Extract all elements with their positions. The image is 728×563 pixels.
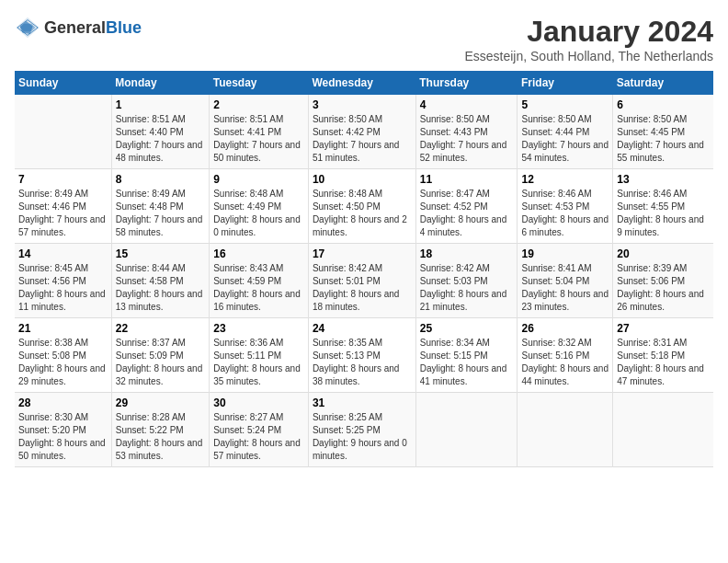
calendar-cell: 19Sunrise: 8:41 AMSunset: 5:04 PMDayligh…	[518, 244, 613, 318]
cell-info: Sunrise: 8:50 AMSunset: 4:43 PMDaylight:…	[420, 113, 514, 165]
col-sunday: Sunday	[15, 71, 111, 95]
calendar-cell: 4Sunrise: 8:50 AMSunset: 4:43 PMDaylight…	[415, 95, 518, 169]
cell-info: Sunrise: 8:37 AMSunset: 5:09 PMDaylight:…	[116, 337, 205, 388]
cell-info: Sunrise: 8:42 AMSunset: 5:01 PMDaylight:…	[313, 262, 412, 314]
calendar-cell: 14Sunrise: 8:45 AMSunset: 4:56 PMDayligh…	[15, 244, 111, 318]
calendar-cell: 24Sunrise: 8:35 AMSunset: 5:13 PMDayligh…	[308, 318, 415, 393]
cell-info: Sunrise: 8:30 AMSunset: 5:20 PMDaylight:…	[18, 411, 108, 463]
calendar-cell: 25Sunrise: 8:34 AMSunset: 5:15 PMDayligh…	[415, 318, 518, 393]
day-number: 30	[213, 396, 304, 409]
calendar-cell: 16Sunrise: 8:43 AMSunset: 4:59 PMDayligh…	[210, 244, 309, 318]
cell-info: Sunrise: 8:31 AMSunset: 5:18 PMDaylight:…	[617, 337, 710, 388]
cell-info: Sunrise: 8:46 AMSunset: 4:55 PMDaylight:…	[617, 188, 710, 239]
calendar-cell: 12Sunrise: 8:46 AMSunset: 4:53 PMDayligh…	[518, 169, 613, 244]
col-thursday: Thursday	[415, 71, 518, 95]
day-number: 25	[420, 322, 514, 335]
calendar-cell: 22Sunrise: 8:37 AMSunset: 5:09 PMDayligh…	[111, 318, 209, 393]
day-number: 8	[116, 173, 205, 186]
calendar-cell: 13Sunrise: 8:46 AMSunset: 4:55 PMDayligh…	[613, 169, 713, 244]
day-number: 9	[213, 173, 304, 186]
day-number: 26	[521, 322, 609, 335]
cell-info: Sunrise: 8:45 AMSunset: 4:56 PMDaylight:…	[18, 262, 108, 314]
day-number: 14	[18, 247, 108, 260]
calendar-cell	[415, 393, 518, 467]
col-wednesday: Wednesday	[308, 71, 415, 95]
day-number: 24	[313, 322, 412, 335]
header-row: Sunday Monday Tuesday Wednesday Thursday…	[15, 71, 713, 95]
day-number: 31	[313, 396, 412, 409]
day-number: 15	[116, 247, 205, 260]
col-tuesday: Tuesday	[210, 71, 309, 95]
col-monday: Monday	[111, 71, 209, 95]
calendar-cell: 27Sunrise: 8:31 AMSunset: 5:18 PMDayligh…	[613, 318, 713, 393]
calendar-cell: 10Sunrise: 8:48 AMSunset: 4:50 PMDayligh…	[308, 169, 415, 244]
main-title: January 2024	[464, 15, 713, 49]
calendar-cell: 18Sunrise: 8:42 AMSunset: 5:03 PMDayligh…	[415, 244, 518, 318]
calendar-cell: 3Sunrise: 8:50 AMSunset: 4:42 PMDaylight…	[308, 95, 415, 169]
cell-info: Sunrise: 8:51 AMSunset: 4:40 PMDaylight:…	[116, 113, 205, 165]
title-area: January 2024 Essesteijn, South Holland, …	[464, 15, 713, 63]
calendar-cell: 1Sunrise: 8:51 AMSunset: 4:40 PMDaylight…	[111, 95, 209, 169]
cell-info: Sunrise: 8:50 AMSunset: 4:45 PMDaylight:…	[617, 113, 710, 165]
cell-info: Sunrise: 8:47 AMSunset: 4:52 PMDaylight:…	[420, 188, 514, 239]
calendar-body: 1Sunrise: 8:51 AMSunset: 4:40 PMDaylight…	[15, 95, 713, 467]
day-number: 10	[313, 173, 412, 186]
day-number: 17	[313, 247, 412, 260]
calendar-week-4: 21Sunrise: 8:38 AMSunset: 5:08 PMDayligh…	[15, 318, 713, 393]
day-number: 11	[420, 173, 514, 186]
cell-info: Sunrise: 8:25 AMSunset: 5:25 PMDaylight:…	[313, 411, 412, 463]
calendar-cell: 6Sunrise: 8:50 AMSunset: 4:45 PMDaylight…	[613, 95, 713, 169]
cell-info: Sunrise: 8:48 AMSunset: 4:50 PMDaylight:…	[313, 188, 412, 239]
cell-info: Sunrise: 8:35 AMSunset: 5:13 PMDaylight:…	[313, 337, 412, 388]
logo-icon	[15, 15, 40, 40]
calendar-cell: 7Sunrise: 8:49 AMSunset: 4:46 PMDaylight…	[15, 169, 111, 244]
calendar-cell: 23Sunrise: 8:36 AMSunset: 5:11 PMDayligh…	[210, 318, 309, 393]
calendar-week-2: 7Sunrise: 8:49 AMSunset: 4:46 PMDaylight…	[15, 169, 713, 244]
cell-info: Sunrise: 8:49 AMSunset: 4:46 PMDaylight:…	[18, 188, 108, 239]
day-number: 18	[420, 247, 514, 260]
calendar-cell	[518, 393, 613, 467]
cell-info: Sunrise: 8:36 AMSunset: 5:11 PMDaylight:…	[213, 337, 304, 388]
cell-info: Sunrise: 8:51 AMSunset: 4:41 PMDaylight:…	[213, 113, 304, 165]
calendar-cell: 30Sunrise: 8:27 AMSunset: 5:24 PMDayligh…	[210, 393, 309, 467]
day-number: 2	[213, 98, 304, 111]
day-number: 13	[617, 173, 710, 186]
day-number: 23	[213, 322, 304, 335]
cell-info: Sunrise: 8:42 AMSunset: 5:03 PMDaylight:…	[420, 262, 514, 314]
calendar-cell: 5Sunrise: 8:50 AMSunset: 4:44 PMDaylight…	[518, 95, 613, 169]
cell-info: Sunrise: 8:27 AMSunset: 5:24 PMDaylight:…	[213, 411, 304, 463]
calendar-cell: 8Sunrise: 8:49 AMSunset: 4:48 PMDaylight…	[111, 169, 209, 244]
day-number: 27	[617, 322, 710, 335]
calendar-week-3: 14Sunrise: 8:45 AMSunset: 4:56 PMDayligh…	[15, 244, 713, 318]
page-header: General Blue January 2024 Essesteijn, So…	[15, 15, 713, 63]
logo-blue: Blue	[106, 18, 142, 38]
cell-info: Sunrise: 8:38 AMSunset: 5:08 PMDaylight:…	[18, 337, 108, 388]
day-number: 3	[313, 98, 412, 111]
cell-info: Sunrise: 8:50 AMSunset: 4:42 PMDaylight:…	[313, 113, 412, 165]
cell-info: Sunrise: 8:34 AMSunset: 5:15 PMDaylight:…	[420, 337, 514, 388]
subtitle: Essesteijn, South Holland, The Netherlan…	[464, 49, 713, 63]
day-number: 1	[116, 98, 205, 111]
calendar-cell	[15, 95, 111, 169]
calendar-cell	[613, 393, 713, 467]
cell-info: Sunrise: 8:43 AMSunset: 4:59 PMDaylight:…	[213, 262, 304, 314]
cell-info: Sunrise: 8:46 AMSunset: 4:53 PMDaylight:…	[521, 188, 609, 239]
day-number: 12	[521, 173, 609, 186]
col-saturday: Saturday	[613, 71, 713, 95]
calendar-cell: 2Sunrise: 8:51 AMSunset: 4:41 PMDaylight…	[210, 95, 309, 169]
cell-info: Sunrise: 8:39 AMSunset: 5:06 PMDaylight:…	[617, 262, 710, 314]
day-number: 21	[18, 322, 108, 335]
day-number: 19	[521, 247, 609, 260]
day-number: 5	[521, 98, 609, 111]
calendar-cell: 29Sunrise: 8:28 AMSunset: 5:22 PMDayligh…	[111, 393, 209, 467]
calendar-cell: 28Sunrise: 8:30 AMSunset: 5:20 PMDayligh…	[15, 393, 111, 467]
calendar-cell: 17Sunrise: 8:42 AMSunset: 5:01 PMDayligh…	[308, 244, 415, 318]
cell-info: Sunrise: 8:28 AMSunset: 5:22 PMDaylight:…	[116, 411, 205, 463]
calendar-cell: 11Sunrise: 8:47 AMSunset: 4:52 PMDayligh…	[415, 169, 518, 244]
calendar-header: Sunday Monday Tuesday Wednesday Thursday…	[15, 71, 713, 95]
day-number: 20	[617, 247, 710, 260]
calendar-table: Sunday Monday Tuesday Wednesday Thursday…	[15, 71, 713, 467]
calendar-week-5: 28Sunrise: 8:30 AMSunset: 5:20 PMDayligh…	[15, 393, 713, 467]
calendar-cell: 31Sunrise: 8:25 AMSunset: 5:25 PMDayligh…	[308, 393, 415, 467]
cell-info: Sunrise: 8:44 AMSunset: 4:58 PMDaylight:…	[116, 262, 205, 314]
